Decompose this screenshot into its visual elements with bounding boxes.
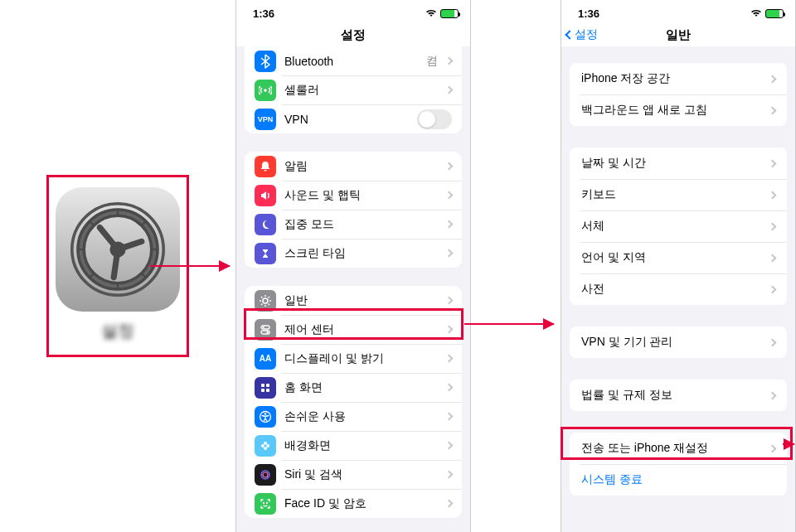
chevron-right-icon: [769, 285, 777, 293]
back-label: 설정: [575, 27, 598, 42]
row-label: 집중 모드: [284, 217, 443, 232]
hourglass-icon: [255, 243, 276, 264]
bluetooth-icon: [255, 51, 276, 72]
chevron-right-icon: [445, 57, 454, 65]
row-screentime[interactable]: 스크린 타임: [245, 239, 462, 268]
status-bar: 1:36: [561, 0, 795, 23]
row-label: 제어 센터: [284, 322, 443, 337]
svg-point-39: [266, 444, 269, 447]
row-label: VPN 및 기기 관리: [581, 335, 766, 350]
nav-header: 설정: [236, 23, 470, 46]
svg-line-25: [261, 303, 263, 305]
flower-icon: [255, 435, 276, 457]
row-label: 배경화면: [284, 438, 443, 453]
general-settings-screen: 1:36 설정 일반 iPhone 저장 공간 백그라운드 앱 새로 고침: [561, 0, 796, 532]
row-label: 홈 화면: [284, 380, 443, 395]
gear-icon: [255, 290, 276, 312]
svg-point-44: [264, 502, 265, 503]
row-faceid[interactable]: Face ID 및 암호: [245, 489, 462, 518]
chevron-right-icon: [769, 444, 777, 452]
settings-group-notifications: 알림 사운드 및 햅틱 집중 모드 스크: [245, 152, 462, 268]
svg-point-18: [263, 298, 268, 303]
svg-line-14: [100, 228, 118, 249]
row-home[interactable]: 홈 화면: [245, 373, 462, 402]
svg-rect-34: [266, 389, 269, 392]
row-accessibility[interactable]: 손쉬운 사용: [245, 402, 462, 431]
chevron-right-icon: [445, 442, 454, 450]
row-fonts[interactable]: 서체: [570, 210, 787, 242]
row-general[interactable]: 일반: [245, 286, 462, 315]
row-keyboard[interactable]: 키보드: [570, 179, 787, 210]
chevron-right-icon: [769, 222, 777, 230]
row-storage[interactable]: iPhone 저장 공간: [570, 63, 787, 94]
row-label: Face ID 및 암호: [284, 496, 443, 511]
svg-line-16: [114, 249, 118, 278]
bell-icon: [255, 156, 276, 177]
row-label: 사운드 및 햅틱: [284, 188, 443, 203]
svg-point-40: [264, 447, 267, 450]
chevron-right-icon: [445, 86, 454, 94]
chevron-right-icon: [769, 254, 777, 262]
arrow-step-1: [150, 265, 230, 267]
settings-group-connectivity: Bluetooth 켬 셀룰러 VPN VPN: [245, 46, 462, 133]
wifi-icon: [425, 7, 437, 20]
chevron-left-icon: [565, 30, 574, 39]
speaker-icon: [255, 185, 276, 206]
row-sounds[interactable]: 사운드 및 햅틱: [245, 181, 462, 210]
row-transfer-reset[interactable]: 전송 또는 iPhone 재설정: [570, 433, 787, 464]
chevron-right-icon: [445, 355, 454, 363]
row-datetime[interactable]: 날짜 및 시간: [570, 148, 787, 179]
general-group-vpndevice: VPN 및 기기 관리: [570, 326, 787, 358]
nav-header: 설정 일반: [561, 23, 795, 46]
row-legal[interactable]: 법률 및 규제 정보: [570, 380, 787, 411]
vpn-toggle[interactable]: [417, 109, 452, 129]
settings-app-label: 설정: [101, 320, 134, 342]
chevron-right-icon: [445, 191, 454, 200]
row-label: 법률 및 규제 정보: [581, 388, 766, 403]
status-indicators: [750, 7, 784, 20]
svg-point-36: [265, 413, 267, 415]
chevron-right-icon: [769, 338, 777, 346]
svg-line-23: [261, 297, 263, 298]
svg-rect-32: [266, 384, 269, 387]
vpn-icon: VPN: [255, 109, 276, 130]
chevron-right-icon: [769, 75, 777, 83]
chevron-right-icon: [445, 413, 454, 421]
row-bluetooth[interactable]: Bluetooth 켬: [245, 46, 462, 75]
status-time: 1:36: [578, 7, 599, 20]
chevron-right-icon: [445, 500, 454, 508]
row-controlcenter[interactable]: 제어 센터: [245, 315, 462, 344]
svg-point-45: [267, 502, 268, 503]
row-label: 언어 및 지역: [581, 250, 766, 265]
row-cellular[interactable]: 셀룰러: [245, 75, 462, 104]
svg-point-37: [264, 442, 267, 445]
row-label: 셀룰러: [284, 83, 443, 98]
row-vpn[interactable]: VPN VPN: [245, 104, 462, 133]
row-focus[interactable]: 집중 모드: [245, 210, 462, 239]
row-language[interactable]: 언어 및 지역: [570, 242, 787, 273]
status-bar: 1:36: [236, 0, 470, 23]
row-wallpaper[interactable]: 배경화면: [245, 431, 462, 460]
row-label: 시스템 종료: [581, 472, 775, 487]
row-dictionary[interactable]: 사전: [570, 273, 787, 305]
general-content[interactable]: iPhone 저장 공간 백그라운드 앱 새로 고침 날짜 및 시간 키보드 서…: [561, 46, 795, 532]
row-display[interactable]: AA 디스플레이 및 밝기: [245, 344, 462, 373]
settings-group-general: 일반 제어 센터 AA 디스플레이 및 밝기 홈 화면: [245, 286, 462, 518]
settings-content[interactable]: Bluetooth 켬 셀룰러 VPN VPN: [236, 46, 470, 532]
chevron-right-icon: [769, 191, 777, 199]
row-siri[interactable]: Siri 및 검색: [245, 460, 462, 489]
row-label: 디스플레이 및 밝기: [284, 351, 443, 366]
cellular-icon: [255, 80, 276, 101]
grid-icon: [255, 377, 276, 399]
back-button[interactable]: 설정: [566, 27, 598, 42]
row-notifications[interactable]: 알림: [245, 152, 462, 181]
row-label: 전송 또는 iPhone 재설정: [581, 441, 766, 456]
row-bgrefresh[interactable]: 백그라운드 앱 새로 고침: [570, 94, 787, 126]
settings-root-screen: 1:36 설정 Bluetooth 켬 셀룰러: [235, 0, 471, 532]
row-shutdown[interactable]: 시스템 종료: [570, 464, 787, 496]
svg-point-17: [264, 89, 267, 92]
settings-app-icon[interactable]: [56, 187, 180, 312]
row-vpndevice[interactable]: VPN 및 기기 관리: [570, 326, 787, 358]
svg-point-30: [266, 331, 268, 332]
general-group-storage: iPhone 저장 공간 백그라운드 앱 새로 고침: [570, 63, 787, 126]
